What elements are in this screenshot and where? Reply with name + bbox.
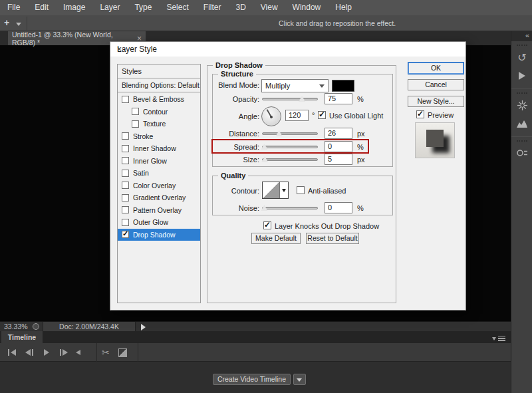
style-item-gradient-overlay[interactable]: Gradient Overlay (118, 192, 200, 204)
reset-to-default-button[interactable]: Reset to Default (306, 233, 359, 244)
zoom-level-field[interactable]: 33.33% (4, 323, 28, 330)
size-unit: px (357, 156, 365, 164)
noise-unit: % (357, 204, 364, 212)
tool-hint-text: Click and drag to reposition the effect. (279, 19, 396, 27)
style-checkbox[interactable] (122, 182, 129, 189)
menu-type[interactable]: Type (127, 0, 159, 15)
shadow-color-swatch[interactable] (332, 80, 354, 92)
distance-slider[interactable] (262, 132, 318, 135)
use-global-light-checkbox[interactable] (318, 111, 326, 119)
controls-separator (96, 343, 97, 362)
style-item-satin[interactable]: Satin (118, 167, 200, 180)
menu-file[interactable]: File (0, 0, 27, 15)
menu-select[interactable]: Select (159, 0, 196, 15)
histogram-icon[interactable] (511, 114, 532, 133)
noise-field[interactable]: 0 (325, 202, 352, 213)
style-checkbox[interactable] (122, 170, 129, 177)
style-checkbox[interactable] (122, 219, 129, 226)
dialog-close-icon[interactable]: × (117, 45, 458, 54)
blend-mode-select[interactable]: Multiply (261, 79, 329, 92)
contour-picker[interactable] (262, 182, 289, 199)
style-item-contour[interactable]: Contour (118, 106, 200, 118)
style-item-label: Drop Shadow (133, 231, 176, 239)
anti-aliased-checkbox[interactable] (297, 186, 305, 194)
style-checkbox[interactable] (122, 194, 129, 201)
move-tool-icon[interactable]: + (4, 17, 9, 28)
status-flyout-icon[interactable] (141, 324, 149, 330)
adjustments-icon[interactable] (511, 96, 532, 114)
style-checkbox[interactable] (122, 206, 129, 213)
timeline-controls: ✂ (0, 343, 511, 362)
menu-filter[interactable]: Filter (196, 0, 229, 15)
create-timeline-dropdown-button[interactable] (293, 374, 306, 385)
timeline-tab[interactable]: Timeline (1, 331, 43, 343)
preview-checkbox[interactable] (416, 110, 424, 118)
style-item-pattern-overlay[interactable]: Pattern Overlay (118, 204, 200, 217)
style-item-color-overlay[interactable]: Color Overlay (118, 180, 200, 192)
audio-toggle-button[interactable] (76, 343, 80, 362)
panel-menu-icon[interactable] (492, 334, 505, 342)
make-default-button[interactable]: Make Default (251, 233, 301, 244)
menu-layer[interactable]: Layer (92, 0, 127, 15)
drag-handle-icon[interactable] (517, 140, 527, 142)
timeline-body: Create Video Timeline (0, 362, 511, 393)
distance-field[interactable]: 26 (325, 128, 352, 139)
layer-style-dialog: Layer Style × Styles Blending Options: D… (110, 41, 466, 311)
menu-help[interactable]: Help (328, 0, 359, 15)
style-checkbox[interactable] (132, 108, 139, 115)
style-item-inner-glow[interactable]: Inner Glow (118, 155, 200, 168)
collapse-dock-icon[interactable]: « (525, 31, 529, 39)
menu-view[interactable]: View (253, 0, 285, 15)
noise-label: Noise: (200, 204, 259, 212)
create-video-timeline-button[interactable]: Create Video Timeline (213, 374, 291, 385)
previous-frame-button[interactable] (25, 343, 33, 362)
dialog-title-bar[interactable]: Layer Style × (110, 42, 466, 57)
first-frame-button[interactable] (8, 343, 16, 362)
anti-aliased-label: Anti-aliased (308, 187, 346, 195)
menu-window[interactable]: Window (285, 0, 329, 15)
drag-handle-icon[interactable] (517, 45, 527, 46)
blending-options-row[interactable]: Blending Options: Default (118, 78, 200, 92)
size-field[interactable]: 5 (325, 154, 352, 165)
actions-icon[interactable] (511, 66, 532, 85)
next-frame-button[interactable] (60, 343, 68, 362)
transition-icon (118, 348, 127, 357)
style-item-outer-glow[interactable]: Outer Glow (118, 216, 200, 229)
style-checkbox[interactable] (122, 96, 129, 103)
style-item-label: Stroke (133, 132, 153, 140)
ok-button[interactable]: OK (408, 62, 464, 74)
style-checkbox[interactable] (122, 132, 129, 140)
style-item-stroke[interactable]: Stroke (118, 130, 200, 143)
tool-preset-caret-icon[interactable] (16, 23, 21, 29)
knockout-checkbox[interactable] (263, 221, 271, 229)
style-item-inner-shadow[interactable]: Inner Shadow (118, 142, 200, 155)
style-item-texture[interactable]: Texture (118, 118, 200, 130)
style-checkbox[interactable] (122, 145, 129, 152)
style-checkbox[interactable] (122, 157, 129, 164)
menu-edit[interactable]: Edit (27, 0, 56, 15)
noise-slider[interactable] (262, 207, 318, 209)
cancel-button[interactable]: Cancel (408, 79, 464, 90)
blend-mode-label: Blend Mode: (200, 81, 259, 89)
clone-source-icon[interactable] (511, 144, 532, 162)
split-at-playhead-button[interactable]: ✂ (102, 343, 110, 362)
style-checkbox[interactable] (122, 231, 129, 238)
history-icon[interactable]: ↺ (511, 48, 532, 66)
play-button[interactable] (44, 343, 49, 362)
transition-button[interactable] (118, 343, 127, 362)
menu-3d[interactable]: 3D (228, 0, 253, 15)
angle-dial[interactable] (261, 106, 281, 126)
contour-dropdown-icon[interactable] (280, 182, 288, 198)
opacity-field[interactable]: 75 (325, 93, 352, 104)
drag-handle-icon[interactable] (517, 92, 527, 94)
style-item-bevel-emboss[interactable]: Bevel & Emboss (118, 93, 200, 106)
menu-image[interactable]: Image (56, 0, 92, 15)
size-slider[interactable] (262, 158, 318, 161)
angle-field[interactable]: 120 (285, 110, 309, 121)
new-style-button[interactable]: New Style... (408, 96, 464, 107)
style-item-label: Pattern Overlay (133, 206, 182, 214)
opacity-slider[interactable] (262, 98, 318, 100)
style-item-label: Contour (143, 108, 168, 116)
style-checkbox[interactable] (132, 120, 139, 128)
style-item-drop-shadow[interactable]: Drop Shadow (118, 229, 200, 241)
